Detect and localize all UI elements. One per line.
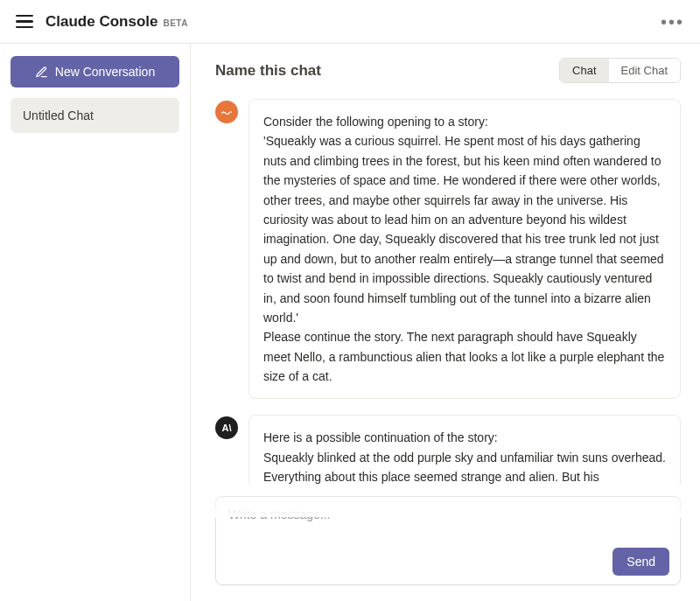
composer-area: Send bbox=[191, 484, 700, 601]
compose-icon bbox=[35, 66, 48, 79]
message-input[interactable] bbox=[228, 507, 669, 544]
message-text: 'Squeakly was a curious squirrel. He spe… bbox=[263, 131, 666, 327]
main-header: Name this chat Chat Edit Chat bbox=[191, 44, 700, 92]
human-message-bubble: Consider the following opening to a stor… bbox=[248, 99, 681, 399]
main-panel: Name this chat Chat Edit Chat Consider t… bbox=[191, 44, 700, 601]
beta-badge: BETA bbox=[163, 18, 187, 28]
app-title-wrap: Claude Console BETA bbox=[46, 13, 188, 31]
message-text: Consider the following opening to a stor… bbox=[263, 112, 666, 131]
mode-toggle: Chat Edit Chat bbox=[559, 58, 681, 83]
message-list: Consider the following opening to a stor… bbox=[191, 92, 700, 484]
message-text: Here is a possible continuation of the s… bbox=[263, 428, 666, 447]
send-button[interactable]: Send bbox=[612, 548, 669, 576]
sidebar-item-untitled-chat[interactable]: Untitled Chat bbox=[10, 98, 179, 133]
tab-chat[interactable]: Chat bbox=[560, 59, 608, 82]
sidebar-item-label: Untitled Chat bbox=[23, 108, 94, 122]
top-bar-left: Claude Console BETA bbox=[16, 13, 188, 31]
more-icon[interactable]: ••• bbox=[661, 13, 684, 31]
composer: Send bbox=[215, 496, 681, 585]
message-row: A\ Here is a possible continuation of th… bbox=[215, 415, 681, 484]
sidebar: New Conversation Untitled Chat bbox=[0, 44, 191, 601]
message-text: Please continue the story. The next para… bbox=[263, 327, 666, 386]
tab-edit-chat[interactable]: Edit Chat bbox=[609, 59, 680, 82]
message-row: Consider the following opening to a stor… bbox=[215, 99, 681, 399]
chat-name[interactable]: Name this chat bbox=[215, 62, 321, 80]
menu-icon[interactable] bbox=[16, 13, 33, 31]
new-conversation-button[interactable]: New Conversation bbox=[10, 56, 179, 87]
assistant-avatar-icon: A\ bbox=[215, 416, 238, 439]
human-avatar-icon bbox=[215, 101, 238, 123]
new-conversation-label: New Conversation bbox=[55, 65, 155, 79]
app-title: Claude Console bbox=[46, 13, 158, 31]
message-text: Squeakly blinked at the odd purple sky a… bbox=[263, 448, 666, 484]
top-bar: Claude Console BETA ••• bbox=[0, 0, 700, 44]
assistant-message-bubble: Here is a possible continuation of the s… bbox=[248, 415, 681, 484]
